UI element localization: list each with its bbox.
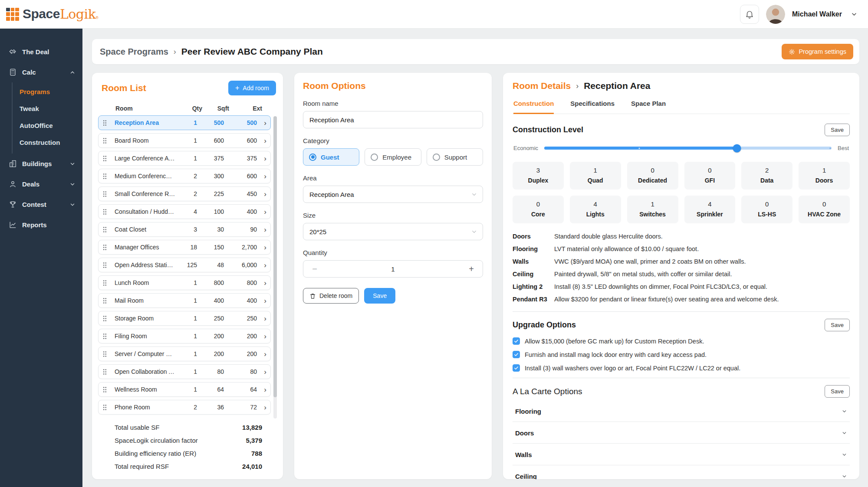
drag-handle-icon[interactable] <box>102 297 113 304</box>
sidebar-item-the-deal[interactable]: The Deal <box>0 42 82 62</box>
a-la-carte-accordion-row[interactable]: Flooring <box>513 400 850 422</box>
sidebar-item-calc[interactable]: Calc <box>0 62 82 82</box>
room-ext: 200 <box>226 350 257 357</box>
room-qty: 1 <box>177 315 197 322</box>
checkbox-icon[interactable] <box>513 351 520 358</box>
upgrade-options-save-button[interactable]: Save <box>825 319 850 331</box>
room-ext: 375 <box>226 155 257 162</box>
add-room-button[interactable]: + Add room <box>228 81 276 95</box>
drag-handle-icon[interactable] <box>102 404 113 411</box>
sidebar-item-contest[interactable]: Contest <box>0 194 82 215</box>
room-row[interactable]: Open Collaboration Area 1 80 80 › <box>98 364 271 379</box>
drag-handle-icon[interactable] <box>102 315 113 322</box>
drag-handle-icon[interactable] <box>102 120 113 126</box>
room-row[interactable]: Lunch Room 1 800 800 › <box>98 275 271 290</box>
category-option-label: Employee <box>382 154 411 161</box>
chevron-right-icon: › <box>259 244 266 251</box>
drag-handle-icon[interactable] <box>102 386 113 393</box>
construction-stat-card: 0 HVAC Zone <box>799 196 850 223</box>
sidebar-item-deals[interactable]: Deals <box>0 174 82 194</box>
chevron-right-icon: › <box>259 190 266 198</box>
program-settings-button[interactable]: Program settings <box>782 44 853 59</box>
checkbox-icon[interactable] <box>513 337 520 345</box>
room-row[interactable]: Wellness Room 1 64 64 › <box>98 382 271 397</box>
quantity-increase-button[interactable]: + <box>466 264 477 274</box>
drag-handle-icon[interactable] <box>102 351 113 357</box>
checkbox-icon[interactable] <box>513 364 520 372</box>
room-row[interactable]: Large Conference Area 1 375 375 › <box>98 151 271 166</box>
chevron-right-icon: › <box>259 386 266 393</box>
room-row[interactable]: Server / Computer Room 1 200 200 › <box>98 346 271 361</box>
category-radio-option[interactable]: Support <box>427 148 483 166</box>
column-qty: Qty <box>182 105 202 112</box>
room-row[interactable]: Consultation / Huddle Ro... 4 100 400 › <box>98 204 271 219</box>
drag-handle-icon[interactable] <box>102 191 113 197</box>
sidebar-label: Calc <box>22 69 64 76</box>
room-list-scrollbar-track[interactable] <box>273 116 277 418</box>
notifications-button[interactable] <box>740 5 759 24</box>
room-details-tab[interactable]: Specifications <box>570 100 615 114</box>
sidebar-item-buildings[interactable]: Buildings <box>0 154 82 174</box>
avatar-image <box>766 5 785 24</box>
program-settings-label: Program settings <box>799 48 846 55</box>
room-list-scrollbar-thumb[interactable] <box>273 116 277 397</box>
user-avatar[interactable] <box>766 5 785 24</box>
sidebar-item-reports[interactable]: Reports <box>0 215 82 235</box>
a-la-carte-accordion-row[interactable]: Walls <box>513 444 850 465</box>
construction-level-handle[interactable] <box>733 144 741 152</box>
category-radio-option[interactable]: Employee <box>365 148 421 166</box>
room-row[interactable]: Small Conference Room 2 225 450 › <box>98 186 271 201</box>
room-row[interactable]: Open Address Stations 125 48 6,000 › <box>98 258 271 272</box>
room-name-input[interactable] <box>303 111 483 128</box>
slider-end-dot <box>829 147 831 149</box>
room-row[interactable]: Manager Offices 18 150 2,700 › <box>98 240 271 255</box>
room-qty: 1 <box>177 386 197 393</box>
room-ext: 2,700 <box>226 244 257 251</box>
room-row[interactable]: Board Room 1 600 600 › <box>98 133 271 148</box>
room-ext: 400 <box>226 297 257 304</box>
drag-handle-icon[interactable] <box>102 155 113 162</box>
category-radio-option[interactable]: Guest <box>303 148 359 166</box>
quantity-decrease-button[interactable]: − <box>309 264 320 274</box>
column-room: Room <box>115 105 181 112</box>
room-row[interactable]: Filing Room 1 200 200 › <box>98 329 271 343</box>
sidebar-subitem[interactable]: Programs <box>13 83 82 100</box>
area-select[interactable]: Reception Area <box>303 186 483 203</box>
drag-handle-icon[interactable] <box>102 262 113 268</box>
sidebar-subitem[interactable]: AutoOffice <box>13 117 82 134</box>
drag-handle-icon[interactable] <box>102 226 113 233</box>
room-options-save-button[interactable]: Save <box>364 288 395 304</box>
room-row[interactable]: Mail Room 1 400 400 › <box>98 293 271 308</box>
delete-room-button[interactable]: Delete room <box>303 288 359 304</box>
drag-handle-icon[interactable] <box>102 209 113 215</box>
drag-handle-icon[interactable] <box>102 369 113 375</box>
a-la-carte-accordion-row[interactable]: Doors <box>513 422 850 444</box>
user-menu-caret[interactable] <box>851 11 858 18</box>
drag-handle-icon[interactable] <box>102 333 113 340</box>
size-select[interactable]: 20*25 <box>303 223 483 240</box>
drag-handle-icon[interactable] <box>102 137 113 144</box>
drag-handle-icon[interactable] <box>102 244 113 251</box>
room-details-tab[interactable]: Construction <box>513 100 554 114</box>
room-row[interactable]: Reception Area 1 500 500 › <box>98 115 271 130</box>
breadcrumb-section[interactable]: Space Programs <box>100 47 168 57</box>
slider-track[interactable] <box>544 147 832 150</box>
sidebar-subitem[interactable]: Tweak <box>13 100 82 117</box>
a-la-carte-accordion-row[interactable]: Ceiling <box>513 465 850 479</box>
brand-grid-icon <box>6 8 19 21</box>
room-row[interactable]: Coat Closet 3 30 90 › <box>98 222 271 237</box>
sidebar-subitem[interactable]: Construction <box>13 134 82 151</box>
drag-handle-icon[interactable] <box>102 280 113 286</box>
upgrade-option-label: Furnish and install mag lock door entry … <box>525 351 707 358</box>
room-details-tab[interactable]: Space Plan <box>631 100 666 114</box>
room-row[interactable]: Medium Conference Room 2 300 600 › <box>98 169 271 183</box>
room-ext: 6,000 <box>226 261 257 268</box>
construction-stat-card: 4 Lights <box>570 196 621 223</box>
drag-handle-icon[interactable] <box>102 173 113 180</box>
brand-logo[interactable]: SpaceLogik® <box>6 7 99 22</box>
room-row[interactable]: Phone Room 2 36 72 › <box>98 400 271 415</box>
construction-level-save-button[interactable]: Save <box>825 124 850 136</box>
a-la-carte-save-button[interactable]: Save <box>825 385 850 398</box>
chevron-down-icon <box>69 202 76 208</box>
room-row[interactable]: Storage Room 1 250 250 › <box>98 311 271 326</box>
